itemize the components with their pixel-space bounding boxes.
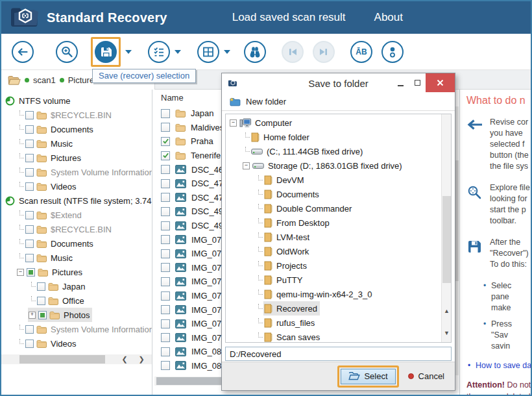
maximize-button[interactable] — [409, 73, 426, 92]
checkbox[interactable] — [161, 333, 170, 342]
checkbox[interactable] — [161, 221, 170, 230]
collapse-toggle-icon[interactable]: − — [243, 162, 250, 169]
dialog-tree-vscrollbar[interactable]: ▲ ▼ — [441, 114, 451, 342]
destination-path-input[interactable] — [225, 347, 452, 361]
tree-item[interactable]: −Storage (D:, 1863.01GB fixed drive) — [226, 158, 441, 173]
checkbox[interactable] — [161, 291, 170, 301]
checkbox[interactable] — [161, 249, 170, 258]
checkbox[interactable] — [25, 240, 34, 248]
collapse-toggle-icon[interactable]: − — [17, 269, 24, 276]
tree-item[interactable]: Documents — [1, 236, 152, 251]
tree-item[interactable]: Recovered — [226, 301, 441, 316]
checkbox[interactable] — [161, 319, 170, 328]
checkbox[interactable] — [161, 151, 170, 160]
checkbox[interactable] — [161, 137, 170, 146]
scroll-left-arrow-icon[interactable]: ❮ — [119, 354, 130, 364]
tree-item[interactable]: Videos — [1, 179, 152, 193]
checkbox[interactable] — [161, 305, 170, 314]
checkbox[interactable] — [161, 347, 170, 356]
tree-item[interactable]: Projects — [226, 258, 441, 273]
tree-item[interactable]: Documents — [1, 122, 152, 136]
tree-item[interactable]: System Volume Information — [1, 322, 152, 336]
tree-item[interactable]: rufus_files — [226, 316, 441, 330]
save-recover-button[interactable] — [95, 41, 117, 63]
checkbox[interactable] — [25, 125, 34, 134]
tree-item[interactable]: $RECYCLE.BIN — [1, 108, 152, 122]
tree-item[interactable]: Scan result (NTFS file system; 3.74 GB i… — [1, 193, 152, 208]
checkbox[interactable] — [161, 165, 170, 174]
tree-item[interactable]: Music — [1, 251, 152, 265]
checkbox[interactable] — [25, 254, 34, 262]
search-button[interactable] — [56, 41, 78, 63]
tree-item[interactable]: NTFS volume — [1, 93, 152, 108]
tree-item[interactable]: Pictures — [1, 151, 152, 165]
tree-item[interactable]: −Computer — [226, 116, 441, 130]
tree-item[interactable]: From Desktop — [226, 216, 441, 230]
left-tree-hscrollbar[interactable]: ❮ ❯ — [1, 354, 152, 364]
checkbox[interactable] — [25, 168, 34, 177]
tree-item[interactable]: −Pictures — [1, 265, 152, 279]
checkbox[interactable] — [37, 297, 45, 305]
tree-item[interactable]: System Volume Information — [1, 165, 152, 179]
menu-about[interactable]: About — [374, 11, 403, 24]
tree-item[interactable]: Japan — [1, 279, 152, 293]
checkbox[interactable] — [161, 193, 170, 202]
mark-list-button[interactable] — [148, 41, 170, 63]
tree-item[interactable]: Home folder — [226, 130, 441, 144]
tree-item[interactable]: (C:, 111.44GB fixed drive) — [226, 144, 441, 158]
checkbox[interactable] — [161, 235, 170, 244]
checkbox[interactable] — [25, 154, 34, 162]
scroll-down-arrow-icon[interactable]: ▼ — [442, 328, 452, 338]
checkbox[interactable] — [161, 207, 170, 216]
tree-item[interactable]: PuTTY — [226, 273, 441, 287]
checkbox[interactable] — [25, 325, 34, 334]
new-folder-button[interactable]: New folder — [222, 93, 455, 111]
tree-item[interactable]: LVM-test — [226, 230, 441, 244]
minimize-button[interactable] — [392, 73, 409, 92]
tree-item[interactable]: Office — [1, 293, 152, 308]
checkbox[interactable] — [27, 268, 35, 277]
expand-toggle-icon[interactable]: + — [29, 312, 36, 319]
next-file-button[interactable] — [313, 41, 335, 63]
tree-item[interactable]: $Extend — [1, 208, 152, 222]
checkbox[interactable] — [37, 282, 45, 291]
view-grid-button[interactable] — [197, 41, 219, 63]
dialog-title-bar[interactable]: Save to folder — [222, 73, 455, 93]
save-dropdown-caret[interactable] — [125, 50, 132, 54]
scroll-right-arrow-icon[interactable]: ❯ — [136, 354, 147, 364]
tree-item[interactable]: OldWork — [226, 244, 441, 258]
checkbox[interactable] — [25, 211, 34, 219]
checkbox[interactable] — [25, 111, 34, 119]
checkbox[interactable] — [161, 123, 170, 132]
how-to-save-link[interactable]: How to save dat — [476, 361, 532, 370]
encoding-ab-button[interactable]: ĀB — [350, 41, 372, 63]
tree-item[interactable]: +Photos — [1, 308, 152, 322]
checkbox[interactable] — [161, 263, 170, 272]
checkbox[interactable] — [25, 140, 34, 148]
tree-item[interactable]: qemu-img-win-x64-2_3_0 — [226, 287, 441, 301]
collapse-toggle-icon[interactable]: − — [230, 119, 237, 127]
checkbox[interactable] — [161, 109, 170, 118]
mark-dropdown-caret[interactable] — [174, 50, 182, 54]
find-binoculars-button[interactable] — [244, 41, 266, 63]
checkbox[interactable] — [25, 182, 34, 191]
cancel-button[interactable]: Cancel — [408, 371, 444, 381]
tree-item[interactable]: Documents — [226, 187, 441, 201]
checkbox[interactable] — [25, 340, 34, 348]
close-button[interactable] — [426, 73, 455, 92]
checkbox[interactable] — [38, 311, 47, 319]
tree-item[interactable]: Scan saves — [226, 330, 441, 342]
previous-file-button[interactable] — [282, 41, 304, 63]
checkbox[interactable] — [161, 277, 170, 286]
view-dropdown-caret[interactable] — [223, 50, 231, 54]
tree-item[interactable]: Videos — [1, 336, 152, 351]
scrollbar-thumb[interactable] — [442, 196, 451, 282]
options-dots-button[interactable] — [381, 41, 404, 63]
tree-item[interactable]: Music — [1, 136, 152, 151]
tree-item[interactable]: Double Commander — [226, 201, 441, 216]
checkbox[interactable] — [25, 225, 34, 234]
tree-item[interactable]: DevVM — [226, 173, 441, 187]
menu-load-saved-scan[interactable]: Load saved scan result — [232, 11, 346, 24]
scrollbar-thumb[interactable] — [19, 355, 105, 364]
tree-item[interactable]: $RECYCLE.BIN — [1, 222, 152, 236]
